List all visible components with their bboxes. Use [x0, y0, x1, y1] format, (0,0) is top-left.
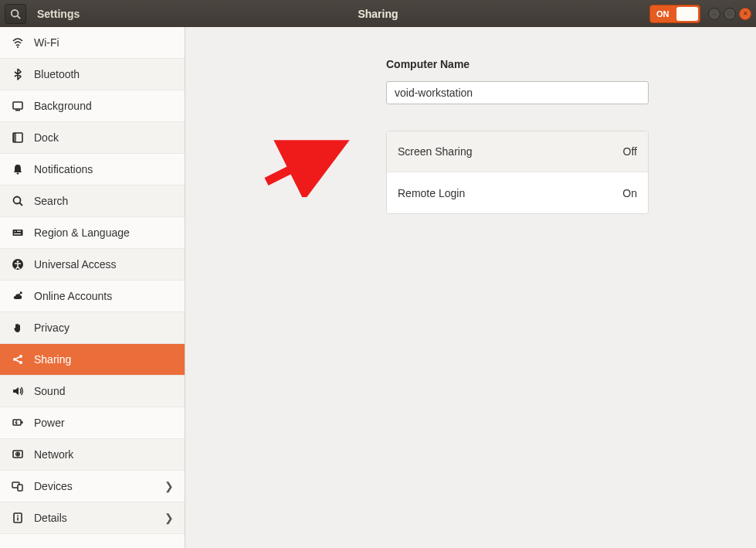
- maximize-button[interactable]: □: [724, 8, 736, 20]
- close-icon: ✕: [743, 11, 748, 17]
- titlebar: Settings Sharing ON – □ ✕: [0, 0, 756, 27]
- search-icon: [11, 195, 25, 207]
- sidebar-item-label: Region & Language: [34, 226, 174, 239]
- devices-icon: [11, 480, 25, 492]
- sharing-icon: [11, 353, 25, 366]
- page-title: Sharing: [358, 8, 398, 20]
- minimize-icon: –: [713, 11, 716, 17]
- wifi-icon: [11, 36, 25, 49]
- notifications-icon: [11, 163, 25, 175]
- sidebar-item-details[interactable]: Details❯: [0, 502, 185, 534]
- sidebar-item-region-language[interactable]: Region & Language: [0, 217, 185, 249]
- sidebar-item-devices[interactable]: Devices❯: [0, 471, 185, 502]
- remote-login-row[interactable]: Remote LoginOn: [387, 172, 648, 213]
- sidebar-item-sharing[interactable]: Sharing: [0, 344, 185, 376]
- remote-login-label: Remote Login: [398, 187, 622, 199]
- screen-sharing-row[interactable]: Screen SharingOff: [387, 131, 648, 172]
- sidebar-item-label: Background: [34, 100, 174, 112]
- sidebar-item-label: Dock: [34, 131, 174, 144]
- computer-name-label: Computer Name: [386, 58, 710, 70]
- app-title: Settings: [37, 8, 80, 20]
- remote-login-status: On: [622, 187, 637, 199]
- sidebar-item-label: Power: [34, 417, 174, 429]
- sidebar-item-privacy[interactable]: Privacy: [0, 312, 185, 344]
- sidebar-item-label: Sound: [34, 385, 174, 397]
- bluetooth-icon: [11, 68, 25, 80]
- sidebar-item-notifications[interactable]: Notifications: [0, 154, 185, 186]
- sidebar-item-label: Wi-Fi: [34, 36, 174, 49]
- sidebar-item-sound[interactable]: Sound: [0, 376, 185, 407]
- chevron-right-icon: ❯: [164, 480, 174, 492]
- sidebar-item-wifi[interactable]: Wi-Fi: [0, 27, 185, 59]
- toggle-handle: [676, 7, 698, 21]
- sound-icon: [11, 385, 25, 397]
- sidebar-item-label: Search: [34, 195, 174, 207]
- computer-name-input[interactable]: [386, 81, 649, 104]
- sharing-services-panel: Screen SharingOffRemote LoginOn: [386, 131, 649, 214]
- online-accounts-icon: [11, 290, 25, 302]
- sidebar-item-bluetooth[interactable]: Bluetooth: [0, 59, 185, 90]
- sidebar-item-label: Universal Access: [34, 258, 174, 271]
- screen-sharing-status: Off: [623, 145, 637, 158]
- background-icon: [11, 100, 25, 112]
- screen-sharing-label: Screen Sharing: [398, 145, 623, 158]
- annotation-arrow-icon: [259, 135, 351, 197]
- network-icon: [11, 448, 25, 461]
- window-controls: – □ ✕: [708, 8, 751, 20]
- sharing-master-toggle[interactable]: ON: [649, 5, 700, 23]
- privacy-icon: [11, 322, 25, 334]
- details-icon: [11, 512, 25, 524]
- sidebar-item-label: Sharing: [34, 353, 174, 366]
- sidebar-item-universal-access[interactable]: Universal Access: [0, 249, 185, 281]
- chevron-right-icon: ❯: [164, 512, 174, 524]
- sidebar-item-background[interactable]: Background: [0, 90, 185, 122]
- close-button[interactable]: ✕: [739, 8, 751, 20]
- header-search-button[interactable]: [5, 4, 26, 24]
- maximize-icon: □: [728, 11, 732, 17]
- sidebar-item-label: Details: [34, 512, 164, 524]
- svg-point-0: [12, 9, 19, 16]
- sidebar-item-label: Bluetooth: [34, 68, 174, 80]
- region-language-icon: [11, 226, 25, 239]
- sidebar-item-label: Network: [34, 448, 174, 461]
- sidebar-item-power[interactable]: Power: [0, 407, 185, 439]
- toggle-label: ON: [650, 9, 670, 19]
- sidebar-item-online-accounts[interactable]: Online Accounts: [0, 281, 185, 312]
- minimize-button[interactable]: –: [708, 8, 720, 20]
- main-content: Computer Name Screen SharingOffRemote Lo…: [185, 27, 756, 548]
- dock-icon: [11, 131, 25, 144]
- sidebar-item-label: Privacy: [34, 322, 174, 334]
- universal-access-icon: [11, 258, 25, 271]
- sidebar-item-dock[interactable]: Dock: [0, 122, 185, 154]
- power-icon: [11, 417, 25, 429]
- svg-line-1: [18, 15, 21, 19]
- sidebar-item-label: Online Accounts: [34, 290, 174, 302]
- sidebar: Wi-FiBluetoothBackgroundDockNotification…: [0, 27, 185, 548]
- sidebar-item-label: Notifications: [34, 163, 174, 175]
- svg-line-3: [266, 148, 334, 182]
- sidebar-item-label: Devices: [34, 480, 164, 492]
- sidebar-item-search[interactable]: Search: [0, 186, 185, 217]
- search-icon: [10, 9, 21, 19]
- sidebar-item-network[interactable]: Network: [0, 439, 185, 471]
